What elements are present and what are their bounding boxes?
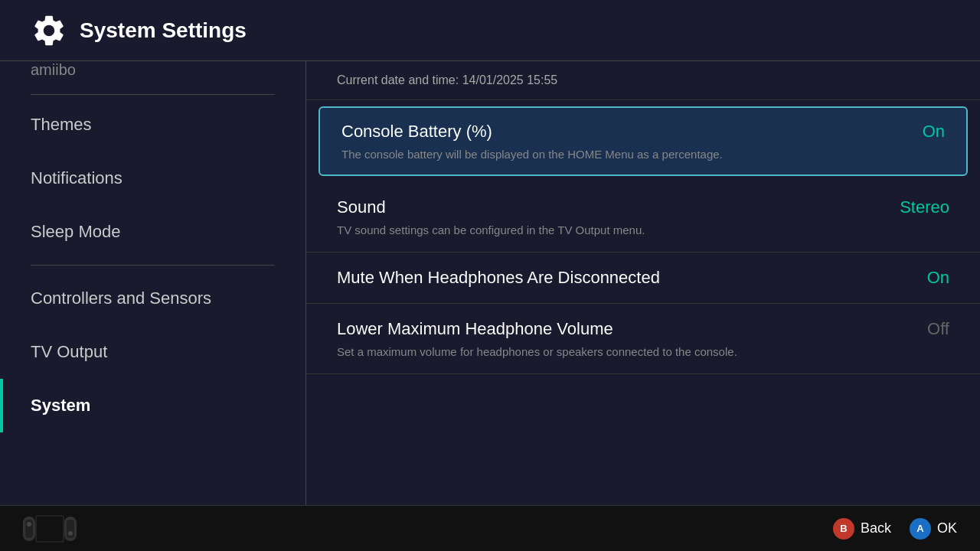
page-title: System Settings bbox=[80, 18, 247, 43]
sidebar-divider-middle bbox=[31, 265, 275, 266]
setting-lower-volume-value: Off bbox=[927, 319, 949, 339]
setting-console-battery[interactable]: Console Battery (%) On The console batte… bbox=[318, 106, 968, 176]
sidebar-item-controllers-sensors[interactable]: Controllers and Sensors bbox=[0, 272, 305, 325]
switch-console-icon bbox=[23, 514, 77, 544]
setting-lower-volume-desc: Set a maximum volume for headphones or s… bbox=[337, 345, 949, 358]
sidebar-item-sleep-mode[interactable]: Sleep Mode bbox=[0, 205, 305, 259]
sidebar: amiibo Themes Notifications Sleep Mode C… bbox=[0, 61, 306, 505]
b-button-icon: B bbox=[833, 518, 854, 540]
back-button[interactable]: B Back bbox=[833, 518, 891, 540]
sidebar-item-tv-output[interactable]: TV Output bbox=[0, 325, 305, 379]
footer-right: B Back A OK bbox=[833, 518, 957, 540]
sidebar-item-system[interactable]: System bbox=[0, 379, 305, 432]
setting-console-battery-value: On bbox=[923, 122, 945, 142]
svg-point-6 bbox=[27, 522, 31, 527]
setting-mute-headphones[interactable]: Mute When Headphones Are Disconnected On bbox=[306, 253, 980, 304]
svg-point-7 bbox=[68, 531, 73, 536]
setting-sound-row: Sound Stereo bbox=[337, 197, 949, 217]
setting-lower-volume-name: Lower Maximum Headphone Volume bbox=[337, 319, 613, 339]
setting-sound-name: Sound bbox=[337, 197, 386, 217]
gear-icon bbox=[31, 12, 67, 49]
a-button-icon: A bbox=[910, 518, 931, 540]
footer: B Back A OK bbox=[0, 505, 980, 551]
content-area: Current date and time: 14/01/2025 15:55 … bbox=[306, 61, 980, 505]
ok-label: OK bbox=[937, 520, 957, 536]
back-label: Back bbox=[861, 520, 891, 536]
setting-mute-headphones-row: Mute When Headphones Are Disconnected On bbox=[337, 268, 949, 288]
footer-left bbox=[23, 514, 77, 544]
sidebar-item-amiibo[interactable]: amiibo bbox=[0, 61, 305, 91]
setting-sound-desc: TV sound settings can be configured in t… bbox=[337, 223, 949, 236]
settings-list: Console Battery (%) On The console batte… bbox=[306, 100, 980, 505]
setting-console-battery-name: Console Battery (%) bbox=[341, 122, 492, 142]
setting-sound[interactable]: Sound Stereo TV sound settings can be co… bbox=[306, 182, 980, 253]
date-time-bar: Current date and time: 14/01/2025 15:55 bbox=[306, 61, 980, 100]
setting-lower-volume[interactable]: Lower Maximum Headphone Volume Off Set a… bbox=[306, 304, 980, 374]
setting-sound-value: Stereo bbox=[900, 197, 949, 217]
setting-mute-headphones-name: Mute When Headphones Are Disconnected bbox=[337, 268, 660, 288]
sidebar-item-themes[interactable]: Themes bbox=[0, 98, 305, 152]
sidebar-divider-top bbox=[31, 94, 275, 95]
setting-console-battery-row: Console Battery (%) On bbox=[341, 122, 945, 142]
setting-lower-volume-row: Lower Maximum Headphone Volume Off bbox=[337, 319, 949, 339]
svg-rect-3 bbox=[37, 517, 63, 541]
main-layout: amiibo Themes Notifications Sleep Mode C… bbox=[0, 61, 980, 505]
header: System Settings bbox=[0, 0, 980, 61]
ok-button[interactable]: A OK bbox=[910, 518, 957, 540]
sidebar-item-notifications[interactable]: Notifications bbox=[0, 152, 305, 205]
setting-mute-headphones-value: On bbox=[927, 268, 949, 288]
setting-console-battery-desc: The console battery will be displayed on… bbox=[341, 148, 945, 161]
